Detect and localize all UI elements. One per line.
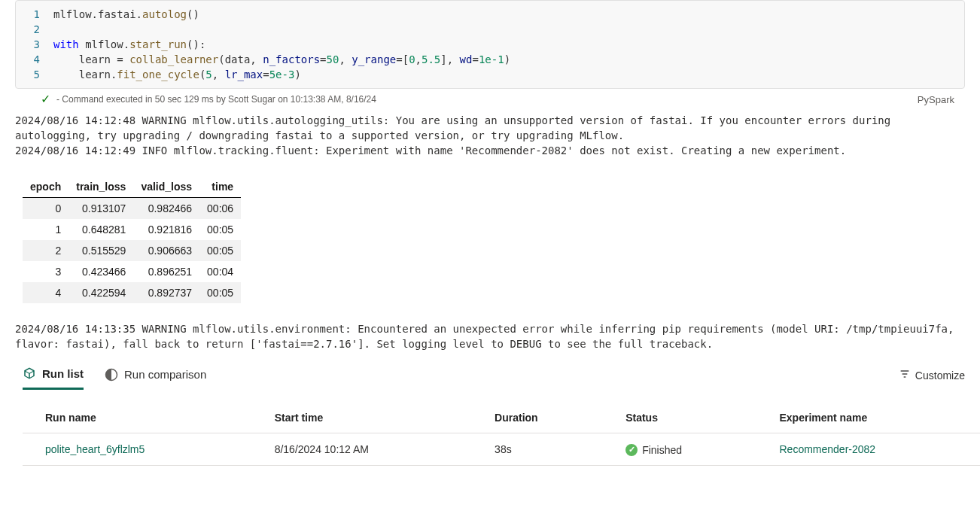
code-text[interactable]: mlflow.fastai.autolog() <box>53 7 964 22</box>
run-table: Run name Start time Duration Status Expe… <box>23 404 980 466</box>
line-number: 1 <box>16 7 53 22</box>
cube-icon <box>23 366 36 380</box>
filter-icon <box>899 368 911 382</box>
epoch-cell: 0 <box>23 198 68 220</box>
epoch-cell: 0.921816 <box>133 219 199 240</box>
epoch-cell: 00:05 <box>199 282 241 303</box>
tab-run-list-label: Run list <box>42 367 84 380</box>
epoch-cell: 0.648281 <box>68 219 133 240</box>
epoch-cell: 00:05 <box>199 219 241 240</box>
col-run-name[interactable]: Run name <box>23 404 252 433</box>
col-experiment[interactable]: Experiment name <box>756 404 980 433</box>
code-text[interactable]: learn = collab_learner(data, n_factors=5… <box>53 52 964 67</box>
tab-run-comparison[interactable]: Run comparison <box>105 362 206 389</box>
contrast-icon <box>105 368 118 382</box>
tab-run-list[interactable]: Run list <box>23 360 84 390</box>
epoch-cell: 0.906663 <box>133 240 199 261</box>
code-line[interactable]: 4 learn = collab_learner(data, n_factors… <box>16 52 964 67</box>
run-tabs: Run list Run comparison Customize <box>0 360 980 391</box>
col-duration[interactable]: Duration <box>472 404 603 433</box>
epoch-row: 10.6482810.92181600:05 <box>23 219 241 240</box>
epoch-row: 40.4225940.89273700:05 <box>23 282 241 303</box>
epoch-cell: 0.422594 <box>68 282 133 303</box>
epoch-cell: 2 <box>23 240 68 261</box>
code-text[interactable] <box>53 22 964 37</box>
code-text[interactable]: learn.fit_one_cycle(5, lr_max=5e-3) <box>53 67 964 82</box>
cell-status-bar: ✓ - Command executed in 50 sec 129 ms by… <box>15 89 965 105</box>
code-line[interactable]: 2 <box>16 22 964 37</box>
code-cell[interactable]: 1mlflow.fastai.autolog()23with mlflow.st… <box>15 0 965 89</box>
epoch-header: train_loss <box>68 176 133 198</box>
engine-label: PySpark <box>918 94 954 105</box>
tab-run-comparison-label: Run comparison <box>124 368 206 381</box>
epoch-row: 20.5155290.90666300:05 <box>23 240 241 261</box>
epoch-cell: 0.892737 <box>133 282 199 303</box>
epoch-cell: 0.423466 <box>68 261 133 282</box>
epoch-header: time <box>199 176 241 198</box>
log-output-2: 2024/08/16 14:13:35 WARNING mlflow.utils… <box>0 321 980 351</box>
epoch-cell: 0.913107 <box>68 198 133 220</box>
experiment-link[interactable]: Recommender-2082 <box>779 443 875 455</box>
log-output-1: 2024/08/16 14:12:48 WARNING mlflow.utils… <box>0 113 980 158</box>
code-text[interactable]: with mlflow.start_run(): <box>53 37 964 52</box>
customize-label: Customize <box>915 369 965 382</box>
epoch-cell: 1 <box>23 219 68 240</box>
epoch-row: 00.9131070.98246600:06 <box>23 198 241 220</box>
epoch-cell: 4 <box>23 282 68 303</box>
epoch-cell: 0.515529 <box>68 240 133 261</box>
training-table: epochtrain_lossvalid_losstime 00.9131070… <box>23 176 241 303</box>
epoch-header: valid_loss <box>133 176 199 198</box>
epoch-row: 30.4234660.89625100:04 <box>23 261 241 282</box>
line-number: 3 <box>16 37 53 52</box>
epoch-cell: 3 <box>23 261 68 282</box>
epoch-cell: 00:04 <box>199 261 241 282</box>
code-line[interactable]: 3with mlflow.start_run(): <box>16 37 964 52</box>
run-status: ✓ Finished <box>603 433 756 466</box>
line-number: 4 <box>16 52 53 67</box>
run-name-link[interactable]: polite_heart_6yflzlm5 <box>45 443 145 455</box>
table-row[interactable]: polite_heart_6yflzlm5 8/16/2024 10:12 AM… <box>23 433 980 466</box>
epoch-cell: 00:05 <box>199 240 241 261</box>
epoch-cell: 00:06 <box>199 198 241 220</box>
epoch-cell: 0.982466 <box>133 198 199 220</box>
code-line[interactable]: 1mlflow.fastai.autolog() <box>16 7 964 22</box>
line-number: 5 <box>16 67 53 82</box>
success-icon: ✓ <box>625 444 638 456</box>
epoch-header: epoch <box>23 176 68 198</box>
epoch-cell: 0.896251 <box>133 261 199 282</box>
line-number: 2 <box>16 22 53 37</box>
check-icon: ✓ <box>41 93 50 105</box>
col-start-time[interactable]: Start time <box>252 404 472 433</box>
run-duration: 38s <box>472 433 603 466</box>
run-status-text: Finished <box>642 444 682 456</box>
col-status[interactable]: Status <box>603 404 756 433</box>
execution-status-text: - Command executed in 50 sec 129 ms by S… <box>56 94 376 105</box>
run-start-time: 8/16/2024 10:12 AM <box>252 433 472 466</box>
customize-button[interactable]: Customize <box>899 368 965 382</box>
code-line[interactable]: 5 learn.fit_one_cycle(5, lr_max=5e-3) <box>16 67 964 82</box>
